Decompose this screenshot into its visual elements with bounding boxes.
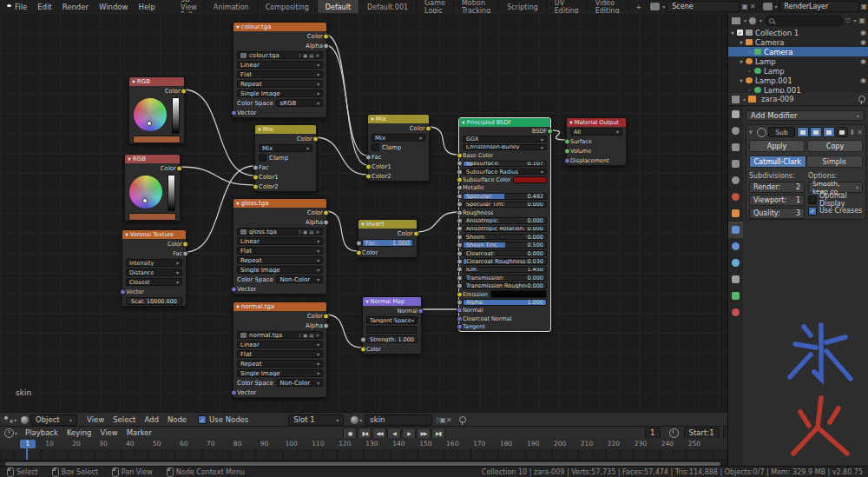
select-repeat[interactable]: Repeat▾ (233, 79, 326, 89)
value-field-scal[interactable]: Scal: 10000.000 (122, 296, 186, 306)
new-collection-icon[interactable]: ▣ (858, 17, 865, 24)
duplicate-icon[interactable]: ▣ (303, 53, 307, 58)
close-icon[interactable]: ✕ (315, 53, 319, 58)
fake-user-icon[interactable]: ◊ (299, 229, 301, 235)
dropdown[interactable]: Single Image▾ (237, 369, 323, 377)
socket-l[interactable] (564, 138, 570, 144)
menu-edit[interactable]: Edit (32, 3, 56, 11)
text-field[interactable]: colour.tga◊▣▤✕ (237, 51, 323, 59)
socket-l[interactable] (457, 177, 463, 183)
duplicate-icon[interactable]: ▣ (303, 333, 307, 338)
node-header[interactable]: ▼gloss.tga (233, 199, 326, 208)
image-name-field[interactable]: gloss.tga◊▣▤✕ (233, 227, 326, 236)
socket-l[interactable] (457, 226, 463, 232)
browse-folder-icon[interactable]: ▤ (309, 53, 313, 58)
socket-l[interactable] (457, 258, 463, 264)
expand-icon[interactable]: ▼ (749, 129, 755, 135)
prop-color-space[interactable]: Color SpaceNon-Color▾ (233, 275, 326, 284)
editmode-toggle[interactable] (823, 127, 835, 137)
socket-l[interactable] (457, 202, 463, 208)
value-slider[interactable]: Clearcoat Roughness:0.030 (463, 258, 547, 264)
node-header[interactable]: ▼Material Output (567, 118, 626, 127)
visibility-eye-icon[interactable]: ◉ (860, 57, 866, 65)
dropdown[interactable]: Non-Color▾ (276, 379, 323, 387)
dropdown[interactable]: Flat▾ (237, 350, 323, 358)
unlink-icon[interactable]: ✕ (446, 416, 452, 424)
prev-keyframe-button[interactable]: ◀◀ (372, 427, 386, 439)
dropdown[interactable]: Linear▾ (237, 61, 323, 69)
close-icon[interactable]: ✕ (750, 3, 756, 10)
filter-funnel-icon[interactable]: ▽ (845, 17, 850, 24)
scrollbar-thumb[interactable] (5, 462, 720, 466)
select-tangent-space[interactable]: Tangent Space▾ (363, 315, 421, 325)
dropdown[interactable]: Repeat▾ (237, 360, 323, 368)
slider-anisotropic[interactable]: Anisotropic:0.000 (459, 216, 550, 224)
visibility-eye-icon[interactable]: ◉ (860, 38, 866, 46)
delete-modifier-icon[interactable]: ✕ (857, 129, 863, 136)
dropdown[interactable]: Closest▾ (126, 278, 182, 286)
node-invert[interactable]: ▼InvertColorFac:1.000Color (358, 219, 418, 258)
outliner-row-camera[interactable]: ▼Camera◉ (728, 37, 868, 47)
modifier-name-field[interactable]: Sub (768, 127, 795, 137)
render-layer-name-field[interactable]: RenderLayer (779, 1, 859, 12)
cage-toggle[interactable] (836, 127, 848, 137)
timeline-editor-type-button[interactable]: ▾ (4, 428, 17, 438)
workspace-tab-game-logic[interactable]: Game Logic (417, 0, 454, 13)
node-link[interactable] (179, 167, 254, 185)
checkbox-icon[interactable] (372, 143, 379, 151)
value-slider[interactable]: Specular Tint:0.000 (463, 202, 547, 208)
jump-start-button[interactable]: ▮◀ (358, 427, 372, 439)
socket-l[interactable] (120, 288, 126, 295)
dropdown[interactable]: Mix▾ (372, 134, 425, 142)
image-name-field[interactable]: colour.tga◊▣▤✕ (233, 50, 326, 60)
select-mix[interactable]: Mix▾ (255, 143, 316, 153)
shader-mode-select[interactable]: Object▾ (21, 414, 77, 426)
workspace-tab-default[interactable]: Default (318, 0, 359, 13)
select-subsurface-radius[interactable]: Subsurface Radius▾ (459, 168, 550, 176)
node-header[interactable]: ▼Mix (255, 125, 316, 134)
slider-clearcoat[interactable]: Clearcoat:0.000 (459, 249, 550, 257)
properties-tab-object[interactable] (728, 205, 743, 222)
outliner-filter-mode-icon[interactable] (749, 17, 756, 24)
value-slider[interactable]: Subsurface:0.107 (463, 161, 547, 167)
visibility-eye-icon[interactable]: ◉ (860, 76, 866, 84)
node-header[interactable]: ▼RGB (129, 77, 184, 86)
menu-marker[interactable]: Marker (122, 428, 156, 437)
socket-r[interactable] (312, 136, 319, 142)
copy-button[interactable]: Copy (807, 140, 863, 152)
value-slider[interactable]: Alpha:1.000 (463, 299, 547, 305)
socket-r[interactable] (323, 313, 329, 319)
socket-r[interactable] (182, 241, 188, 247)
socket-l[interactable] (564, 148, 570, 154)
dropdown[interactable]: Linear▾ (237, 237, 323, 245)
select-all[interactable]: All▾ (567, 127, 626, 136)
select-mix[interactable]: Mix▾ (368, 133, 429, 142)
value-slider[interactable]: Anisotropic Rotation:0.000 (463, 226, 547, 232)
dropdown[interactable]: Single Image▾ (237, 266, 323, 274)
rgb-color-result[interactable] (125, 213, 180, 221)
properties-tab-modifiers[interactable] (728, 222, 743, 238)
menu-help[interactable]: Help (133, 3, 160, 11)
properties-tab-object-data[interactable] (728, 288, 743, 304)
slider-sheen-tint[interactable]: Sheen Tint:0.500 (459, 241, 550, 248)
dropdown[interactable]: GGX▾ (463, 136, 547, 142)
socket-l[interactable] (457, 315, 463, 321)
color-swatch[interactable] (133, 136, 181, 142)
menu-render[interactable]: Render (57, 3, 94, 11)
slider-clearcoat-roughness[interactable]: Clearcoat Roughness:0.030 (459, 257, 550, 265)
value-field[interactable]: Scal: 10000.000 (126, 297, 182, 305)
color-swatch[interactable] (513, 176, 547, 184)
select-closest[interactable]: Closest▾ (122, 277, 186, 287)
select-flat[interactable]: Flat▾ (233, 246, 326, 255)
slider-anisotropic-rotation[interactable]: Anisotropic Rotation:0.000 (459, 225, 550, 233)
socket-r[interactable] (418, 308, 424, 314)
color-wheel[interactable] (125, 173, 180, 213)
color-subsurface-color[interactable]: Subsurface Color (459, 176, 550, 183)
node-mix-1[interactable]: ▼MixColorMix▾ClampFacColor1Color2 (254, 124, 317, 192)
node-voronoi[interactable]: ▼Voronoi TextureColorFacIntensity▾Distan… (122, 229, 187, 307)
checkbox-icon[interactable] (808, 195, 817, 204)
value-slider[interactable]: Specular:0.492 (463, 193, 547, 199)
node-colour-tga[interactable]: ▼colour.tgaColorAlphacolour.tga◊▣▤✕Linea… (233, 22, 327, 118)
properties-editor-icon[interactable] (732, 96, 740, 103)
socket-l[interactable] (457, 291, 463, 297)
